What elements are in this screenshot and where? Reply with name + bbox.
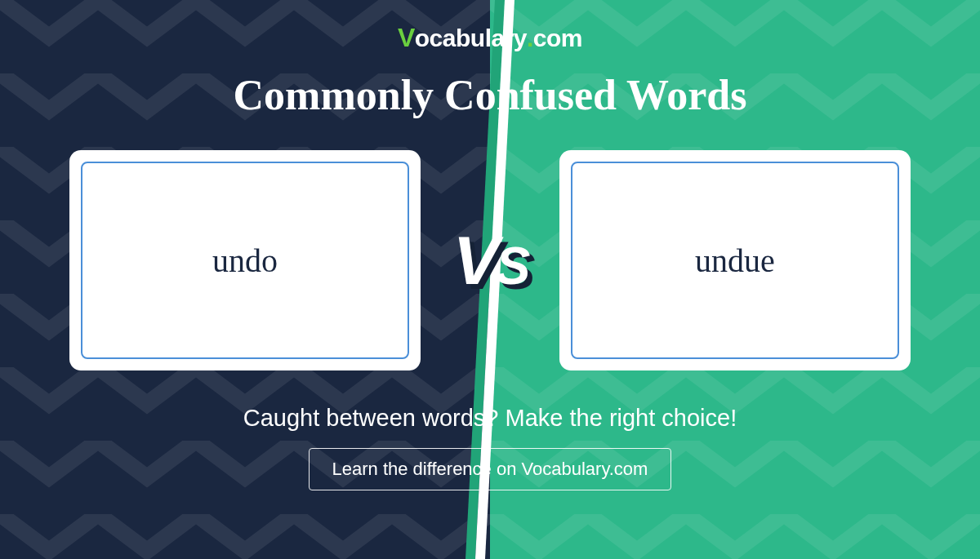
- vs-badge: VS VS: [453, 221, 528, 300]
- logo-com: com: [533, 24, 582, 52]
- logo-dot: .: [527, 24, 533, 52]
- word-card-left-inner: undo: [81, 162, 409, 359]
- logo-rest: ocabulary: [415, 24, 527, 52]
- word-card-right: undue: [559, 150, 911, 370]
- word-card-left: undo: [69, 150, 421, 370]
- word-left: undo: [212, 242, 278, 280]
- vs-text: VS: [453, 221, 528, 300]
- content-container: Vocabulary.com Commonly Confused Words u…: [0, 0, 980, 559]
- word-right: undue: [695, 242, 775, 280]
- word-card-right-inner: undue: [571, 162, 899, 359]
- logo: Vocabulary.com: [398, 23, 582, 53]
- learn-difference-button[interactable]: Learn the difference on Vocabulary.com: [309, 448, 672, 490]
- logo-v: V: [398, 23, 415, 53]
- cards-row: undo VS VS undue: [0, 150, 980, 370]
- page-title: Commonly Confused Words: [234, 71, 747, 119]
- tagline: Caught between words? Make the right cho…: [243, 405, 737, 432]
